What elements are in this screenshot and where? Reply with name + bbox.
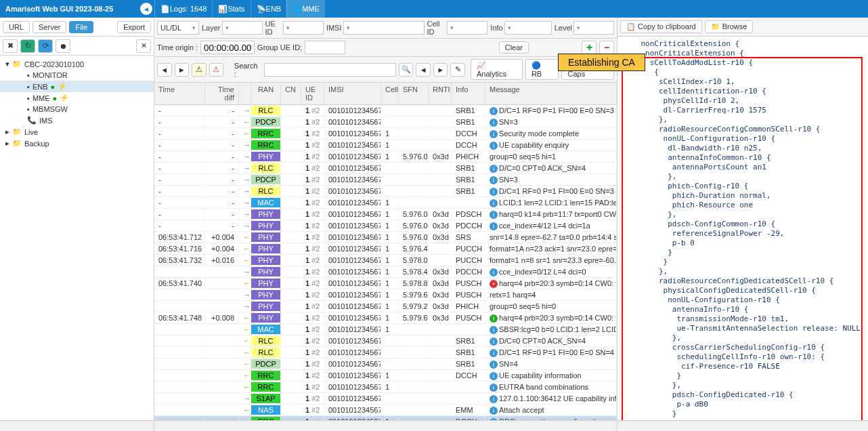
copy-button[interactable]: 📋 Copy to clipboard: [620, 20, 702, 33]
server-button[interactable]: Server: [32, 21, 66, 33]
col-info[interactable]: Info: [452, 83, 485, 104]
col-cell[interactable]: Cell: [381, 83, 399, 104]
table-row[interactable]: --→MAC1 #20010101234567891iLCID:1 len=2 …: [154, 197, 617, 209]
ueid-select[interactable]: [283, 21, 324, 35]
col-msg[interactable]: Message: [485, 83, 617, 104]
table-row[interactable]: --→RRC1 #20010101234567891DCCHiUE capabi…: [154, 140, 617, 151]
table-row[interactable]: --→RRC1 0010101234567891DCCHiRRC connect…: [154, 416, 617, 420]
layer-select[interactable]: [222, 21, 263, 35]
clear-button[interactable]: Clear: [499, 41, 529, 54]
table-row[interactable]: ←RRC1 #20010101234567891iEUTRA band comb…: [154, 382, 617, 393]
col-sfn[interactable]: SFN: [399, 83, 429, 104]
table-row[interactable]: →PHY1 #200101012345678915.979.60x3dPUSCH…: [154, 289, 617, 301]
sync-icon[interactable]: ⟳: [38, 39, 53, 53]
col-time[interactable]: Time: [154, 83, 205, 104]
cellid-select[interactable]: [447, 21, 487, 35]
table-row[interactable]: ←RLC1 #2001010123456789SRB1iD/C=1 RF=0 P…: [154, 347, 617, 358]
table-row[interactable]: ←MAC1 #20010101234567891iSBSR:lcg=0 b=0 …: [154, 324, 617, 335]
table-row[interactable]: 06:53:41.740←PHY1 #200101012345678915.97…: [154, 278, 617, 289]
scrollbar[interactable]: [617, 420, 868, 431]
disconnect-icon[interactable]: ✖: [3, 39, 18, 53]
level-select[interactable]: [573, 21, 614, 35]
table-row[interactable]: ←PDCP1 #2001010123456789SRB1iSN=4: [154, 358, 617, 370]
filter-bar: UL/DL Layer UE ID IMSI Cell ID Info Leve…: [154, 18, 617, 39]
scrollbar[interactable]: [154, 420, 617, 431]
warn-icon[interactable]: ⚠: [192, 63, 207, 77]
tree-item-mbmsgw[interactable]: ▪ MBMSGW: [0, 104, 154, 115]
table-row[interactable]: --→RLC1 #2001010123456789SRB1iD/C=1 RF=0…: [154, 186, 617, 197]
table-row[interactable]: ←RLC1 #2001010123456789SRB1iD/C=0 CPT=0 …: [154, 335, 617, 347]
col-timediff[interactable]: Time diff: [205, 83, 239, 104]
tree-item-enb[interactable]: ▪ ENB ●⚡: [0, 81, 154, 92]
search-down-icon[interactable]: ►: [433, 63, 448, 77]
info-select[interactable]: [504, 21, 552, 35]
col-ueid[interactable]: UE ID: [301, 83, 324, 104]
table-row[interactable]: --→RLC1 #2001010123456789SRB1iD/C=0 CPT=…: [154, 163, 617, 174]
add-icon[interactable]: ✚: [582, 41, 596, 54]
table-row[interactable]: ←RRC1 #20010101234567891DCCHiUE capabili…: [154, 370, 617, 382]
info-icon: i: [490, 314, 498, 323]
table-row[interactable]: →PHY1 #200101012345678915.979.20x3dPHICH…: [154, 301, 617, 312]
search-up-icon[interactable]: ◄: [416, 63, 431, 77]
tab-logs[interactable]: 📄 Logs: 1648: [154, 0, 212, 18]
record-icon[interactable]: ⏺: [56, 39, 70, 53]
col-cn[interactable]: CN: [281, 83, 301, 104]
table-row[interactable]: --→RLC1 #2001010123456789SRB1iD/C=1 RF=0…: [154, 105, 617, 117]
table-row[interactable]: --→PHY1 #200101012345678915.976.00x3dPHI…: [154, 151, 617, 163]
log-grid[interactable]: Time Time diff RAN CN UE ID IMSI Cell SF…: [154, 83, 617, 420]
analytics-button[interactable]: 📈 Analytics: [471, 59, 523, 80]
table-row[interactable]: 06:53:41.712+0.004←PHY1 #200101012345678…: [154, 232, 617, 243]
time-origin-input[interactable]: [200, 41, 255, 54]
table-row[interactable]: --→PHY1 #200101012345678915.976.00x3dPDC…: [154, 220, 617, 232]
table-row[interactable]: --→PDCP1 #2001010123456789SRB1iSN=3: [154, 174, 617, 186]
tree-root[interactable]: ▾ CBC-2023010100: [0, 58, 154, 70]
info-icon: i: [490, 395, 498, 403]
next-diff-icon[interactable]: ►: [175, 63, 190, 77]
tab-enb[interactable]: 📡 ENB: [251, 0, 287, 18]
table-row[interactable]: →S1AP1 #2001010123456789i127.0.1.100:364…: [154, 393, 617, 405]
highlight-icon[interactable]: ✎: [450, 63, 465, 77]
table-row[interactable]: --←PDCP1 #2001010123456789SRB1iSN=3: [154, 117, 617, 128]
browse-button[interactable]: 📁 Browse: [705, 20, 754, 33]
col-dir[interactable]: [239, 83, 251, 104]
tree-item-ims[interactable]: 📞 IMS: [0, 115, 154, 126]
refresh-icon[interactable]: ↻: [20, 39, 35, 53]
info-icon: i: [490, 188, 498, 196]
remove-icon[interactable]: ━: [599, 41, 614, 54]
close-icon[interactable]: ✕: [136, 39, 151, 53]
tree-live[interactable]: ▸ Live: [0, 126, 154, 138]
tree-item-mme[interactable]: ▪ MME ●⚡: [0, 92, 154, 104]
group-ueid-input[interactable]: [305, 41, 345, 54]
table-row[interactable]: ←NAS1 #2001010123456789EMMiAttach accept: [154, 405, 617, 416]
url-button[interactable]: URL: [3, 21, 30, 33]
uldl-select[interactable]: UL/DL: [157, 21, 199, 35]
prev-diff-icon[interactable]: ◄: [157, 63, 172, 77]
table-row[interactable]: 06:53:41.732+0.016←PHY1 #200101012345678…: [154, 255, 617, 266]
collapse-sidebar-icon[interactable]: ◄: [140, 3, 152, 15]
table-row[interactable]: --←RRC1 #20010101234567891DCCHiSecurity …: [154, 128, 617, 140]
imsi-select[interactable]: [343, 21, 425, 35]
col-rnti[interactable]: RNTI: [429, 83, 452, 104]
search-input[interactable]: [264, 63, 396, 77]
export-button[interactable]: Export: [117, 21, 151, 33]
col-ran[interactable]: RAN: [251, 83, 281, 104]
tab-mme[interactable]: 🌐 MME: [286, 0, 325, 18]
rb-button[interactable]: 🔵 RB: [525, 59, 559, 80]
info-icon: i: [490, 130, 498, 138]
scrollbar[interactable]: [0, 420, 154, 431]
search-prev-icon[interactable]: 🔍: [399, 63, 414, 77]
tab-stats[interactable]: 📊 Stats: [212, 0, 250, 18]
col-imsi[interactable]: IMSI: [324, 83, 381, 104]
grid-header: Time Time diff RAN CN UE ID IMSI Cell SF…: [154, 83, 617, 105]
error-icon[interactable]: ⚠: [209, 63, 224, 77]
info-label: Info: [490, 24, 502, 32]
search-label: Search :: [234, 62, 261, 78]
table-row[interactable]: →PHY1 #200101012345678915.978.40x3dPDCCH…: [154, 266, 617, 278]
table-row[interactable]: 06:53:41.716+0.004←PHY1 #200101012345678…: [154, 243, 617, 255]
file-button[interactable]: File: [69, 21, 93, 33]
table-row[interactable]: --→PHY1 #200101012345678915.976.00x3dPDS…: [154, 209, 617, 220]
code-view[interactable]: nonCriticalExtension { nonCriticalExtens…: [617, 37, 868, 420]
tree-item-monitor[interactable]: ▪ MONITOR: [0, 70, 154, 81]
tree-backup[interactable]: ▸ Backup: [0, 138, 154, 149]
table-row[interactable]: 06:53:41.748+0.008←PHY1 #200101012345678…: [154, 312, 617, 324]
